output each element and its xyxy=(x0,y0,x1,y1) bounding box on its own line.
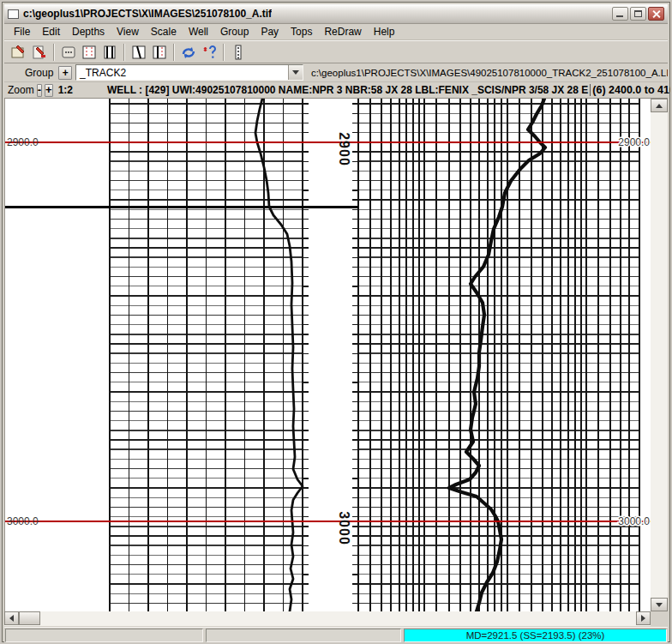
toolbar-separator xyxy=(123,44,125,61)
group-combobox-value: _TRACK2 xyxy=(76,67,288,79)
svg-text:3000.0: 3000.0 xyxy=(618,515,650,527)
menu-tops[interactable]: Tops xyxy=(285,25,318,39)
zoom-row: Zoom - + 1:2 WELL : [429] UWI:4902510781… xyxy=(4,82,668,99)
depth-range-label: (6) 2400.0 to 4100.0 xyxy=(590,84,672,96)
menu-edit[interactable]: Edit xyxy=(36,25,66,39)
horizontal-scroll-track[interactable] xyxy=(40,611,636,626)
menu-redraw[interactable]: ReDraw xyxy=(318,25,367,39)
group-label: Group xyxy=(25,67,53,79)
vertical-scrollbar[interactable] xyxy=(651,99,668,611)
horizontal-scroll-thumb[interactable] xyxy=(19,611,40,625)
pick-help-icon xyxy=(201,44,218,61)
track-edges-icon xyxy=(101,44,118,61)
scroll-left-button[interactable] xyxy=(4,611,19,625)
status-panel-2 xyxy=(206,629,401,642)
save-markup-button[interactable] xyxy=(29,42,50,62)
title-bar: c:\geoplus1\PROJECTS\X\IMAGES\251078100_… xyxy=(4,4,668,24)
toolbar-separator xyxy=(173,44,175,61)
group-combobox[interactable]: _TRACK2 xyxy=(75,64,303,81)
deskew-button[interactable] xyxy=(129,42,149,62)
track-edges-button[interactable] xyxy=(99,42,120,62)
status-bar: MD=2921.5 (SS=2193.5) (23%) xyxy=(4,627,668,643)
toolbar-separator xyxy=(53,44,55,61)
pick-help-button[interactable] xyxy=(199,42,219,62)
menu-well[interactable]: Well xyxy=(183,25,214,39)
close-icon xyxy=(649,8,663,20)
group-combobox-dropdown-button[interactable] xyxy=(288,65,303,80)
menu-scale[interactable]: Scale xyxy=(145,25,183,39)
calibration-strip-icon xyxy=(230,44,247,61)
zoom-in-button[interactable]: + xyxy=(45,84,53,97)
arrow-left-icon xyxy=(9,615,14,622)
well-info-text: WELL : [429] UWI:49025107810000 NAME:NPR… xyxy=(107,84,588,96)
calibration-strip-button[interactable] xyxy=(228,42,249,62)
log-image-area[interactable]: 2900.02900.029003000.03000.03000 xyxy=(4,99,651,611)
app-window: c:\geoplus1\PROJECTS\X\IMAGES\251078100_… xyxy=(0,0,672,644)
window-title: c:\geoplus1\PROJECTS\X\IMAGES\251078100_… xyxy=(23,8,272,20)
maximize-icon xyxy=(634,10,642,17)
toolbar xyxy=(4,40,668,63)
log-canvas[interactable]: 2900.02900.029003000.03000.03000 xyxy=(5,99,651,611)
zoom-ratio: 1:2 xyxy=(58,84,73,96)
scroll-down-button[interactable] xyxy=(651,598,668,611)
menu-bar: File Edit Depths View Scale Well Group P… xyxy=(4,24,668,40)
open-image-button[interactable] xyxy=(9,42,29,62)
group-add-button[interactable]: + xyxy=(58,66,72,80)
depth-grid-button[interactable] xyxy=(79,42,99,62)
chevron-down-icon xyxy=(292,70,299,75)
scroll-up-button[interactable] xyxy=(651,99,668,112)
menu-group[interactable]: Group xyxy=(214,25,255,39)
maximize-button[interactable] xyxy=(630,7,646,21)
toolbar-separator xyxy=(223,44,225,61)
menu-file[interactable]: File xyxy=(8,25,36,39)
minimize-button[interactable] xyxy=(612,7,628,21)
redraw-arrows-icon xyxy=(180,44,197,61)
svg-text:2900: 2900 xyxy=(337,132,351,166)
status-message-panel: MD=2921.5 (SS=2193.5) (23%) xyxy=(404,629,667,642)
depth-register-button[interactable] xyxy=(149,42,170,62)
status-depth-readout: MD=2921.5 (SS=2193.5) (23%) xyxy=(466,630,605,641)
group-row: Group + _TRACK2 c:\geoplus1\PROJECTS\X\I… xyxy=(4,63,668,82)
menu-depths[interactable]: Depths xyxy=(66,25,111,39)
arrow-right-icon xyxy=(641,615,645,622)
image-path-label: c:\geoplus1\PROJECTS\X\IMAGES\4902510781… xyxy=(311,68,668,78)
depth-grid-icon xyxy=(81,44,98,61)
push-button-icon xyxy=(60,44,77,61)
minimize-icon xyxy=(616,15,623,17)
open-image-icon xyxy=(10,44,27,61)
svg-text:3000: 3000 xyxy=(337,511,351,545)
arrow-up-icon xyxy=(656,104,663,108)
arrow-down-icon xyxy=(656,603,663,607)
menu-pay[interactable]: Pay xyxy=(255,25,285,39)
redraw-button[interactable] xyxy=(178,42,199,62)
push-button-tool[interactable] xyxy=(58,42,79,62)
deskew-icon xyxy=(130,44,147,61)
status-panel-1 xyxy=(5,629,203,642)
close-button[interactable] xyxy=(648,7,664,21)
menu-view[interactable]: View xyxy=(111,25,145,39)
zoom-label: Zoom xyxy=(8,84,34,96)
svg-text:2900.0: 2900.0 xyxy=(618,136,650,148)
horizontal-scrollbar[interactable] xyxy=(4,611,651,626)
document-icon xyxy=(8,9,19,19)
svg-text:2900.0: 2900.0 xyxy=(7,136,39,148)
well-info-label: WELL : [429] UWI:49025107810000 NAME:NPR… xyxy=(107,84,672,96)
scroll-right-button[interactable] xyxy=(636,611,651,625)
svg-text:3000.0: 3000.0 xyxy=(7,515,39,527)
depth-register-icon xyxy=(151,44,168,61)
scrollbar-corner xyxy=(651,611,668,626)
zoom-out-button[interactable]: - xyxy=(37,84,42,97)
save-markup-icon xyxy=(31,44,48,61)
menu-help[interactable]: Help xyxy=(368,25,401,39)
